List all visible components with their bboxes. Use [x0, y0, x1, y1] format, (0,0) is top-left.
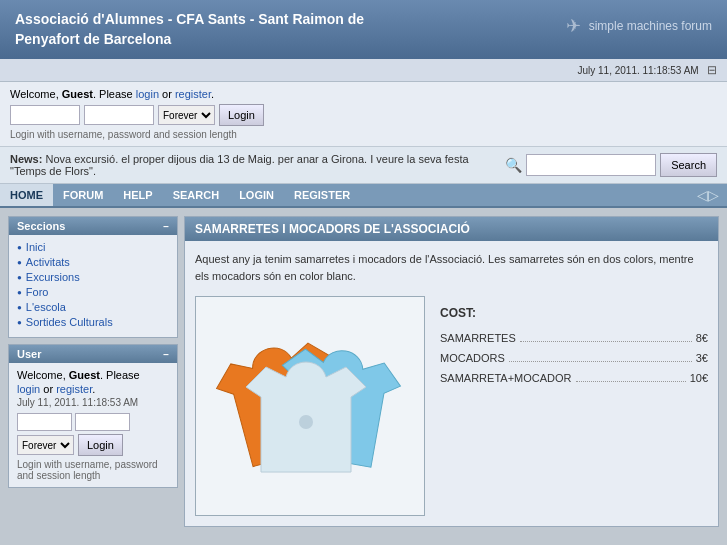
smf-logo: ✈ simple machines forum — [566, 15, 712, 37]
product-info: COST: SAMARRETES 8€ MOCADORS 3€ SAMARRET… — [440, 296, 708, 402]
seccions-list: Inici Activitats Excursions Foro L'escol… — [17, 241, 169, 328]
search-input[interactable] — [526, 154, 656, 176]
content-title: SAMARRETES I MOCADORS DE L'ASSOCIACIÓ — [185, 217, 718, 241]
site-header: Associació d'Alumnes - CFA Sants - Sant … — [0, 0, 727, 59]
product-area: COST: SAMARRETES 8€ MOCADORS 3€ SAMARRET… — [195, 296, 708, 516]
dots-samarretes — [520, 341, 692, 342]
username-input[interactable] — [10, 105, 80, 125]
nav-lescola[interactable]: L'escola — [26, 301, 66, 313]
cost-label-mocadors: MOCADORS — [440, 352, 505, 364]
topbar-icon: ⊟ — [707, 63, 717, 77]
nav-search[interactable]: SEARCH — [163, 184, 229, 206]
site-title: Associació d'Alumnes - CFA Sants - Sant … — [15, 10, 395, 49]
seccions-label: Seccions — [17, 220, 65, 232]
white-tshirt — [246, 362, 366, 472]
list-item: Inici — [17, 241, 169, 253]
search-button[interactable]: Search — [660, 153, 717, 177]
nav-help[interactable]: HELP — [113, 184, 162, 206]
user-block-title: User − — [9, 345, 177, 363]
session-select[interactable]: Forever 1 hour 1 day 1 week — [158, 105, 215, 125]
list-item: Sortides Culturals — [17, 316, 169, 328]
content-body: Aquest any ja tenim samarretes i mocador… — [185, 241, 718, 526]
nav-bar: HOME FORUM HELP SEARCH LOGIN REGISTER ◁▷ — [0, 184, 727, 208]
price-combo: 10€ — [690, 372, 708, 384]
login-form-row: Forever 1 hour 1 day 1 week Login — [10, 104, 717, 126]
welcome-or: or — [159, 88, 175, 100]
nav-home[interactable]: HOME — [0, 184, 53, 206]
user-password-input[interactable] — [75, 413, 130, 431]
news-content: Nova excursió. el proper dijous dia 13 d… — [10, 153, 469, 177]
user-login-register: login or register. — [17, 383, 169, 395]
guest-label: Guest — [62, 88, 93, 100]
user-login-link[interactable]: login — [17, 383, 40, 395]
news-label: News: — [10, 153, 42, 165]
nav-excursions[interactable]: Excursions — [26, 271, 80, 283]
user-login-button[interactable]: Login — [78, 434, 123, 456]
news-text: News: Nova excursió. el proper dijous di… — [10, 153, 490, 177]
user-guest-label: Guest — [69, 369, 100, 381]
cost-title: COST: — [440, 306, 708, 320]
seccions-title: Seccions − — [9, 217, 177, 235]
user-session-row: Forever 1 hour 1 day 1 week Login — [17, 434, 169, 456]
welcome-prefix: Welcome, — [10, 88, 62, 100]
nav-inici[interactable]: Inici — [26, 241, 46, 253]
password-input[interactable] — [84, 105, 154, 125]
user-login-row — [17, 413, 169, 431]
user-register-link[interactable]: register — [56, 383, 92, 395]
login-link[interactable]: login — [136, 88, 159, 100]
datetime-display: July 11, 2011. 11:18:53 AM — [577, 65, 698, 76]
nav-login[interactable]: LOGIN — [229, 184, 284, 206]
welcome-suffix: . — [211, 88, 214, 100]
dots-combo — [576, 381, 686, 382]
product-image — [195, 296, 425, 516]
nav-activitats[interactable]: Activitats — [26, 256, 70, 268]
smf-icon: ✈ — [566, 15, 581, 37]
user-or: or — [40, 383, 56, 395]
search-area: 🔍 Search — [505, 153, 717, 177]
user-block-label: User — [17, 348, 41, 360]
user-minimize-icon[interactable]: − — [163, 349, 169, 360]
list-item: Activitats — [17, 256, 169, 268]
main-content: SAMARRETES I MOCADORS DE L'ASSOCIACIÓ Aq… — [184, 216, 719, 527]
login-hint: Login with username, password and sessio… — [10, 129, 717, 140]
nav-sortides[interactable]: Sortides Culturals — [26, 316, 113, 328]
cost-item-samarretes: SAMARRETES 8€ — [440, 332, 708, 344]
user-welcome-mid: . Please — [100, 369, 140, 381]
login-bar: Welcome, Guest. Please login or register… — [0, 82, 727, 147]
user-login-hint: Login with username, password and sessio… — [17, 459, 169, 481]
main-area: Seccions − Inici Activitats Excursions F… — [0, 208, 727, 535]
seccions-minimize-icon[interactable]: − — [163, 221, 169, 232]
smf-label: simple machines forum — [589, 19, 712, 33]
list-item: Foro — [17, 286, 169, 298]
nav-register[interactable]: REGISTER — [284, 184, 360, 206]
welcome-message: Welcome, Guest. Please login or register… — [10, 88, 717, 100]
dots-mocadors — [509, 361, 692, 362]
cost-label-combo: SAMARRETA+MOCADOR — [440, 372, 572, 384]
price-mocadors: 3€ — [696, 352, 708, 364]
user-session-select[interactable]: Forever 1 hour 1 day 1 week — [17, 435, 74, 455]
user-welcome: Welcome, Guest. Please — [17, 369, 169, 381]
news-bar: News: Nova excursió. el proper dijous di… — [0, 147, 727, 184]
list-item: L'escola — [17, 301, 169, 313]
welcome-mid: . Please — [93, 88, 136, 100]
cost-item-mocadors: MOCADORS 3€ — [440, 352, 708, 364]
nav-arrows: ◁▷ — [689, 187, 727, 203]
svg-point-2 — [299, 415, 313, 429]
user-block: User − Welcome, Guest. Please login or r… — [8, 344, 178, 488]
top-bar: July 11, 2011. 11:18:53 AM ⊟ — [0, 59, 727, 82]
sidebar: Seccions − Inici Activitats Excursions F… — [8, 216, 178, 527]
user-welcome-prefix: Welcome, — [17, 369, 69, 381]
user-block-content: Welcome, Guest. Please login or register… — [9, 363, 177, 487]
nav-foro[interactable]: Foro — [26, 286, 49, 298]
register-link[interactable]: register — [175, 88, 211, 100]
seccions-block: Seccions − Inici Activitats Excursions F… — [8, 216, 178, 338]
price-samarretes: 8€ — [696, 332, 708, 344]
cost-item-combo: SAMARRETA+MOCADOR 10€ — [440, 372, 708, 384]
tshirt-svg — [196, 297, 425, 516]
nav-forum[interactable]: FORUM — [53, 184, 113, 206]
login-button[interactable]: Login — [219, 104, 264, 126]
cost-label-samarretes: SAMARRETES — [440, 332, 516, 344]
user-username-input[interactable] — [17, 413, 72, 431]
search-icon: 🔍 — [505, 157, 522, 173]
user-suffix: . — [92, 383, 95, 395]
